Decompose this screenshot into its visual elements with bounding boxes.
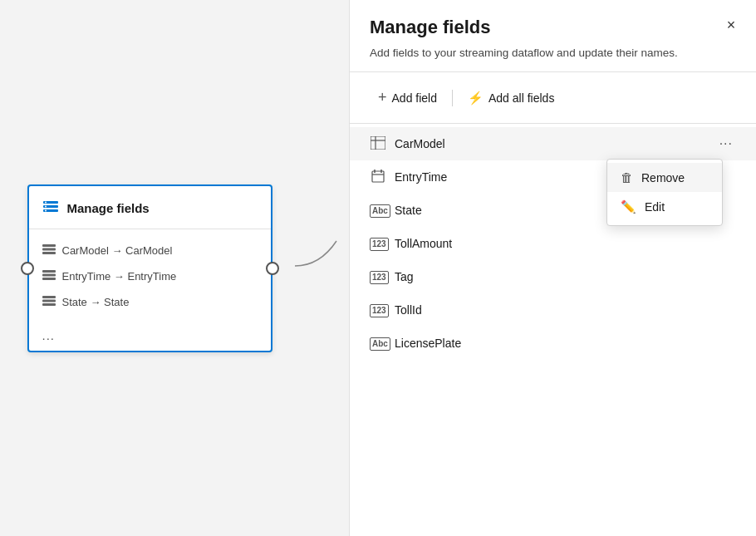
abc-icon-licenseplate: Abc [370, 337, 390, 351]
field-icon-tag: 123 [370, 269, 386, 284]
trash-icon: 🗑 [621, 170, 633, 184]
field-name-tollamount: TollAmount [395, 237, 708, 250]
node-body: CarModel → CarModel EntryTime → EntryTim… [29, 229, 271, 323]
node-row-1: CarModel → CarModel [29, 238, 271, 263]
field-name-tollid: TollId [395, 303, 708, 317]
svg-rect-7 [42, 248, 56, 250]
canvas-area: Manage fields CarModel → CarModel EntryT… [0, 0, 349, 536]
right-panel: Manage fields Add fields to your streami… [349, 0, 756, 536]
node-card[interactable]: Manage fields CarModel → CarModel EntryT… [27, 184, 272, 352]
field-row-tag[interactable]: 123 Tag ··· [350, 260, 756, 293]
row-text-1: CarModel → CarModel [62, 244, 173, 257]
field-icon-tollamount: 123 [370, 236, 386, 251]
close-icon: × [727, 17, 736, 34]
svg-point-3 [45, 201, 47, 203]
bolt-icon: ⚡ [468, 91, 484, 106]
svg-rect-10 [42, 273, 56, 276]
svg-rect-15 [371, 136, 385, 150]
plus-icon: + [378, 89, 387, 106]
node-header: Manage fields [29, 186, 271, 229]
add-field-button[interactable]: + Add field [370, 84, 445, 111]
add-all-fields-label: Add all fields [488, 91, 554, 105]
row-text-3: State → State [62, 296, 130, 308]
close-button[interactable]: × [719, 13, 743, 37]
connector-right [266, 262, 279, 275]
remove-label: Remove [641, 171, 685, 184]
num-icon-tollid: 123 [370, 304, 389, 317]
field-name-tag: Tag [395, 270, 708, 283]
field-name-licenseplate: LicensePlate [395, 337, 708, 350]
fields-list: CarModel ··· 🗑 Remove ✏️ Edit [350, 124, 756, 536]
svg-rect-18 [372, 171, 384, 182]
field-icon-entrytime [370, 170, 386, 185]
svg-point-5 [45, 209, 47, 211]
svg-rect-12 [42, 296, 56, 298]
row-icon-3 [42, 296, 56, 308]
svg-rect-11 [42, 278, 56, 280]
node-title: Manage fields [67, 201, 150, 215]
abc-icon-state: Abc [370, 204, 390, 218]
edit-label: Edit [645, 200, 665, 214]
svg-rect-9 [42, 270, 56, 273]
add-all-fields-button[interactable]: ⚡ Add all fields [459, 86, 562, 111]
row-icon-1 [42, 244, 56, 257]
pencil-icon: ✏️ [621, 199, 636, 214]
panel-actions: + Add field ⚡ Add all fields [350, 72, 756, 124]
add-field-label: Add field [392, 91, 437, 105]
row-text-2: EntryTime → EntryTime [62, 270, 177, 283]
dropdown-remove-button[interactable]: 🗑 Remove [607, 163, 722, 192]
panel-header: Manage fields Add fields to your streami… [350, 0, 756, 72]
num-icon-tag: 123 [370, 271, 389, 284]
num-icon-tollamount: 123 [370, 238, 389, 251]
panel-title: Manage fields [370, 17, 736, 38]
field-name-carmodel: CarModel [395, 137, 708, 150]
action-separator [452, 90, 453, 106]
field-row-licenseplate[interactable]: Abc LicensePlate ··· [350, 327, 756, 360]
field-icon-state: Abc [370, 203, 386, 218]
node-row-2: EntryTime → EntryTime [29, 263, 271, 289]
node-row-3: State → State [29, 289, 271, 315]
connector-left [21, 262, 34, 275]
panel-subtitle: Add fields to your streaming dataflow an… [370, 45, 685, 61]
svg-rect-6 [42, 244, 56, 247]
field-icon-licenseplate: Abc [370, 336, 386, 351]
svg-rect-14 [42, 303, 56, 306]
svg-rect-13 [42, 299, 56, 302]
row-icon-2 [42, 270, 56, 283]
node-header-icon [42, 198, 59, 219]
svg-point-4 [45, 205, 47, 207]
field-icon-carmodel [370, 136, 386, 152]
field-row-tollamount[interactable]: 123 TollAmount ··· [350, 227, 756, 260]
field-more-button-carmodel[interactable]: ··· [716, 135, 736, 153]
dropdown-edit-button[interactable]: ✏️ Edit [607, 192, 722, 222]
field-row-carmodel[interactable]: CarModel ··· 🗑 Remove ✏️ Edit [350, 127, 756, 160]
field-icon-tollid: 123 [370, 302, 386, 317]
svg-rect-8 [42, 252, 56, 254]
field-row-tollid[interactable]: 123 TollId ··· [350, 293, 756, 327]
field-dropdown-carmodel: 🗑 Remove ✏️ Edit [606, 159, 723, 226]
node-more: ... [29, 323, 271, 351]
